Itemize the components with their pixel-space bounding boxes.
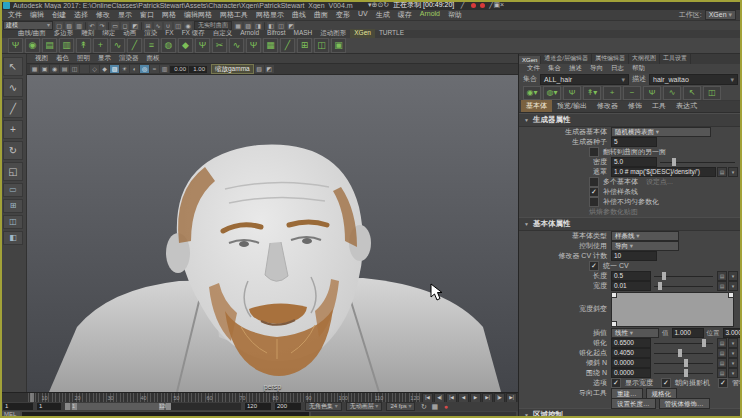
fps-dropdown[interactable]: 24 fps (386, 402, 415, 411)
ramp-position-field[interactable]: 3.000 (723, 328, 742, 338)
viewport-toolbar-icon[interactable] (80, 65, 89, 73)
range-end-field[interactable]: 120 (245, 403, 271, 410)
xgen-menu-item[interactable]: 日志 (607, 64, 628, 73)
current-frame-field[interactable]: 1 (3, 403, 33, 410)
length-slider[interactable] (654, 272, 713, 280)
multiple-primitives-checkbox[interactable] (589, 177, 599, 187)
xgen-menu-item[interactable]: 文件 (523, 64, 544, 73)
tilt-n-map-button[interactable] (717, 358, 727, 368)
image-plane-icon[interactable]: ◫ (70, 65, 79, 73)
around-n-field[interactable]: 0.0000 (611, 368, 651, 378)
xgen-bake-icon[interactable]: ▦ (263, 38, 278, 53)
xgen-add-guide-icon[interactable]: + (93, 38, 108, 53)
around-n-slider[interactable] (654, 369, 713, 377)
range-start-handle[interactable] (65, 403, 70, 410)
xgen-place-guides-icon[interactable]: ↟▾ (583, 86, 601, 100)
xgen-export-icon[interactable]: ▤ (42, 38, 57, 53)
shelf-tab[interactable]: TURTLE (375, 29, 408, 38)
taper-start-field[interactable]: 0.4050 (611, 348, 651, 358)
menu-item[interactable]: Arnold (416, 10, 444, 20)
shelf-tab[interactable]: 动画 (119, 29, 140, 38)
xgen-clump-icon[interactable]: Ψ (195, 38, 210, 53)
shelf-tab[interactable]: MASH (289, 29, 316, 38)
around-n-menu-button[interactable] (728, 368, 738, 378)
compensate-param-checkbox[interactable] (589, 197, 599, 207)
xgen-comb-icon[interactable]: ∿ (110, 38, 125, 53)
workspace-dropdown[interactable]: XGen (705, 10, 736, 20)
uniform-cv-checkbox[interactable] (589, 261, 599, 271)
lock-camera-icon[interactable]: ▣ (40, 65, 49, 73)
collection-dropdown[interactable]: ALL_hair (540, 74, 629, 85)
generate-primitives-dropdown[interactable]: 随机横跨表面 (611, 127, 711, 137)
taper-start-map-button[interactable] (717, 348, 727, 358)
xgen-noise-icon[interactable]: ∿ (229, 38, 244, 53)
recorder-refresh-icon[interactable]: ↻ (383, 1, 389, 8)
width-menu-button[interactable] (728, 281, 738, 291)
generator-seed-field[interactable]: 5 (611, 137, 657, 147)
shelf-tab[interactable]: 绑定 (98, 29, 119, 38)
xgen-import-icon[interactable]: ▥ (59, 38, 74, 53)
recorder-close-icon[interactable]: × (500, 1, 504, 8)
xgen-patch-icon[interactable]: ⊞ (297, 38, 312, 53)
select-camera-icon[interactable]: ▦ (30, 65, 39, 73)
menu-item[interactable]: 编辑 (26, 10, 48, 20)
sidebar-tab[interactable]: 工具设置 (660, 54, 691, 64)
menu-item[interactable]: 网格显示 (252, 10, 288, 20)
shelf-tab[interactable]: 雕刻 (77, 29, 98, 38)
recorder-pen-icon[interactable]: ╱ (458, 1, 467, 9)
four-pane-layout-icon[interactable]: ⊞ (3, 199, 23, 213)
xgen-add-guide-icon[interactable]: + (603, 86, 621, 100)
xgen-curves-icon[interactable]: ╱ (280, 38, 295, 53)
viewport-menu-item[interactable]: 面板 (143, 54, 164, 63)
taper-field[interactable]: 0.6500 (611, 338, 651, 348)
lights-icon[interactable]: ☀ (120, 65, 129, 73)
sidebar-tab[interactable]: 通道盒/层编辑器 (541, 54, 592, 64)
xgen-subtab[interactable]: 修改器 (592, 100, 623, 112)
shelf-tab[interactable]: 曲线/曲面 (14, 29, 50, 38)
shaded-icon[interactable]: ◆ (100, 65, 109, 73)
exposure-field[interactable]: 0.00 (170, 66, 188, 73)
section-generator-attributes[interactable]: 生成器属性 (519, 113, 742, 127)
xgen-select-guides-icon[interactable]: ↖ (683, 86, 701, 100)
textured-icon[interactable]: ▨ (110, 65, 119, 73)
move-tool-icon[interactable]: + (3, 120, 23, 139)
xgen-create-description-icon[interactable]: Ψ (8, 38, 23, 53)
sidebar-tab[interactable]: 属性编辑器 (592, 54, 629, 64)
shelf-tab[interactable]: 运动图形 (316, 29, 350, 38)
xgen-preview-icon[interactable]: ◍▾ (543, 86, 561, 100)
shelf-tab[interactable]: Bifrost (263, 29, 289, 38)
range-start-field[interactable]: 1 (37, 403, 61, 410)
menu-item[interactable]: 文件 (4, 10, 26, 20)
xgen-menu-item[interactable]: 集合 (544, 64, 565, 73)
control-using-dropdown[interactable]: 导向 (611, 241, 679, 251)
gamma-field[interactable]: 1.00 (189, 66, 207, 73)
menu-item[interactable]: 显示 (114, 10, 136, 20)
xgen-subtab[interactable]: 工具 (647, 100, 671, 112)
display-width-checkbox[interactable] (611, 378, 621, 388)
length-map-button[interactable] (717, 271, 727, 281)
lasso-tool-icon[interactable]: ∿ (3, 78, 23, 97)
shelf-tab[interactable]: FX (161, 29, 177, 38)
tube-shade-checkbox[interactable] (718, 378, 728, 388)
xgen-remove-guide-icon[interactable]: − (623, 86, 641, 100)
set-points-button[interactable]: 设定点... (646, 177, 673, 187)
taper-start-slider[interactable] (654, 349, 713, 357)
mask-expression-field[interactable]: 1.0 # map('${DESC}/density/') (611, 167, 716, 177)
command-input[interactable] (22, 412, 309, 418)
menu-item[interactable]: UV (354, 10, 372, 20)
scene-end-field[interactable]: 200 (275, 403, 301, 410)
animation-preferences-icon[interactable]: ▦ (430, 403, 439, 411)
viewport-canvas[interactable]: persp (27, 75, 518, 392)
xgen-menu-item[interactable]: 描述 (565, 64, 586, 73)
ao-icon[interactable]: ◎ (140, 65, 149, 73)
mask-menu-button[interactable] (728, 167, 738, 177)
paint-select-tool-icon[interactable]: ╱ (3, 99, 23, 118)
xgen-subtab[interactable]: 预览/输出 (552, 100, 592, 112)
xgen-guide-sculpt-icon[interactable]: Ψ (643, 86, 661, 100)
sidebar-tab[interactable]: 大纲视图 (629, 54, 660, 64)
rotate-tool-icon[interactable]: ↻ (3, 141, 23, 160)
xgen-menu-item[interactable]: 帮助 (628, 64, 649, 73)
anim-layer-dropdown[interactable]: 无动画层 (346, 402, 383, 411)
menu-item[interactable]: 选择 (70, 10, 92, 20)
length-field[interactable]: 0.5 (611, 271, 651, 281)
